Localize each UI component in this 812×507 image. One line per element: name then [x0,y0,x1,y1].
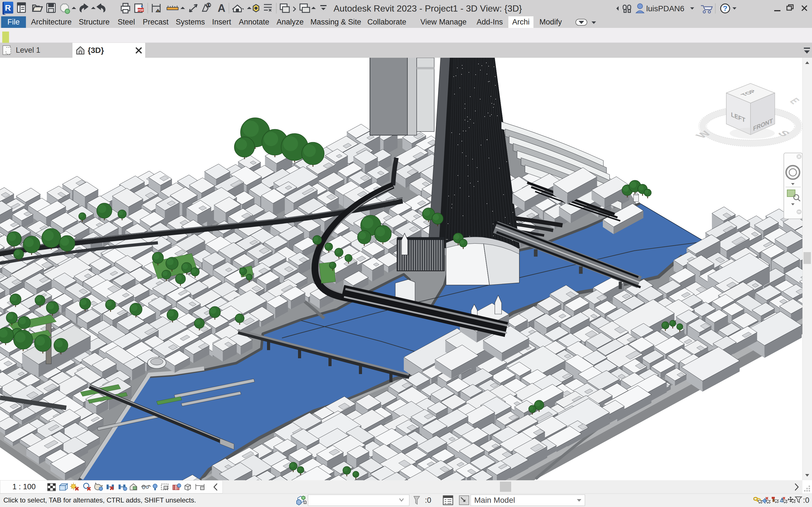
svg-text:E: E [788,96,802,106]
svg-text:luisPDAN6: luisPDAN6 [646,4,684,13]
svg-text:R: R [5,3,11,12]
svg-text:PDF: PDF [138,8,144,12]
svg-text:?: ? [723,4,727,13]
svg-text:1: 1 [208,3,210,7]
svg-text:A: A [218,2,225,14]
